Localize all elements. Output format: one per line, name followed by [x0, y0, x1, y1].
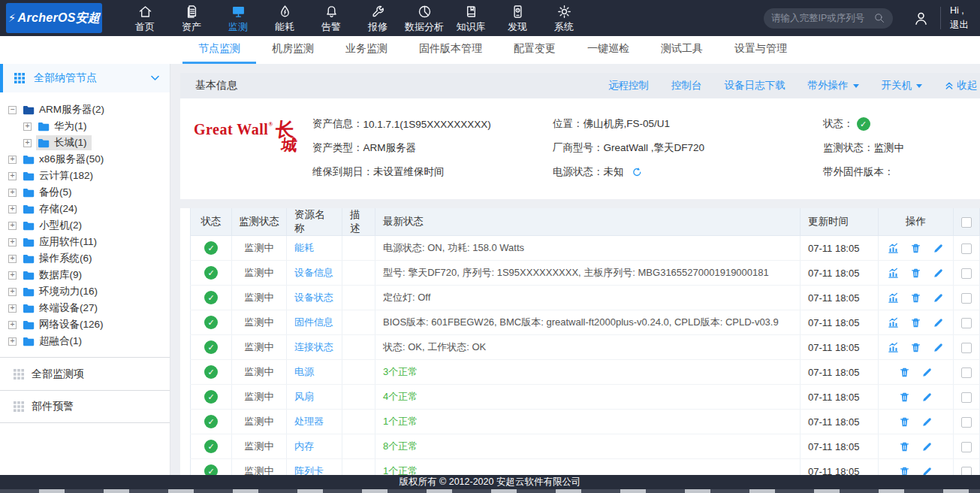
nav-item-knowledge[interactable]: 知识库: [448, 2, 494, 34]
resource-link[interactable]: 内存: [294, 440, 314, 452]
expand-toggle-icon[interactable]: +: [8, 255, 17, 263]
row-checkbox[interactable]: [961, 243, 972, 254]
tab-5[interactable]: 一键巡检: [571, 36, 645, 64]
panel-action-2[interactable]: 设备日志下载: [725, 79, 786, 92]
tree-node-13[interactable]: +网络设备(126): [0, 316, 170, 333]
expand-toggle-icon[interactable]: +: [8, 271, 17, 280]
delete-icon[interactable]: [909, 267, 922, 280]
resource-link[interactable]: 设备信息: [294, 267, 333, 278]
tree-node-8[interactable]: +应用软件(11): [0, 234, 170, 250]
delete-icon[interactable]: [898, 391, 911, 404]
edit-icon[interactable]: [921, 391, 933, 404]
row-checkbox[interactable]: [961, 367, 972, 378]
nav-item-repair[interactable]: 报修: [354, 2, 401, 34]
history-chart-icon[interactable]: [887, 341, 900, 354]
search-icon[interactable]: [873, 12, 885, 24]
delete-icon[interactable]: [909, 341, 922, 354]
tree-node-10[interactable]: +数据库(9): [0, 267, 170, 283]
tree-node-1[interactable]: +华为(1): [0, 118, 170, 135]
nav-item-discovery[interactable]: 发现: [494, 2, 541, 34]
expand-toggle-icon[interactable]: +: [8, 189, 17, 197]
nav-item-analysis[interactable]: 数据分析: [401, 2, 448, 34]
edit-icon[interactable]: [921, 416, 933, 428]
edit-icon[interactable]: [932, 316, 945, 329]
sidebar-section-1[interactable]: 部件预警: [0, 390, 170, 423]
edit-icon[interactable]: [921, 440, 933, 453]
resource-link[interactable]: 电源: [294, 366, 314, 377]
tree-node-5[interactable]: +备份(5): [0, 184, 170, 201]
nav-item-assets[interactable]: 资产: [168, 2, 215, 34]
row-checkbox[interactable]: [961, 343, 972, 353]
nav-item-energy[interactable]: 能耗: [261, 2, 308, 34]
edit-icon[interactable]: [932, 292, 945, 304]
edit-icon[interactable]: [921, 366, 933, 379]
select-all-checkbox[interactable]: [961, 217, 972, 228]
collapse-toggle-icon[interactable]: −: [8, 106, 17, 114]
expand-toggle-icon[interactable]: +: [23, 122, 32, 131]
expand-toggle-icon[interactable]: +: [8, 321, 17, 329]
resource-link[interactable]: 设备状态: [294, 292, 333, 303]
resource-link[interactable]: 处理器: [294, 416, 324, 427]
delete-icon[interactable]: [898, 366, 911, 379]
history-chart-icon[interactable]: [887, 316, 900, 329]
edit-icon[interactable]: [932, 242, 945, 255]
history-chart-icon[interactable]: [887, 267, 900, 280]
refresh-icon[interactable]: [630, 166, 642, 178]
tree-node-12[interactable]: +终端设备(27): [0, 300, 170, 316]
expand-toggle-icon[interactable]: +: [8, 222, 17, 230]
tree-node-0[interactable]: −ARM服务器(2): [0, 101, 170, 118]
expand-toggle-icon[interactable]: +: [23, 139, 32, 147]
tree-node-9[interactable]: +操作系统(6): [0, 250, 170, 267]
tab-1[interactable]: 机房监测: [256, 36, 330, 64]
delete-icon[interactable]: [909, 316, 922, 329]
expand-toggle-icon[interactable]: +: [8, 205, 17, 213]
search-box[interactable]: [764, 8, 893, 29]
row-checkbox[interactable]: [961, 442, 972, 452]
expand-toggle-icon[interactable]: +: [8, 156, 17, 164]
logout-link[interactable]: 退出: [950, 18, 980, 32]
panel-action-3[interactable]: 带外操作: [808, 79, 859, 92]
expand-toggle-icon[interactable]: +: [8, 238, 17, 246]
row-checkbox[interactable]: [961, 268, 972, 279]
sidebar-section-0[interactable]: 全部监测项: [0, 357, 170, 390]
tab-7[interactable]: 设置与管理: [719, 36, 803, 64]
tree-node-2[interactable]: +长城(1): [0, 135, 170, 151]
tree-node-7[interactable]: +小型机(2): [0, 217, 170, 234]
tree-node-14[interactable]: +超融合(1): [0, 333, 170, 349]
row-checkbox[interactable]: [961, 417, 972, 428]
nav-item-monitor[interactable]: 监测: [215, 2, 261, 34]
resource-link[interactable]: 固件信息: [294, 316, 333, 328]
resource-link[interactable]: 连接状态: [294, 341, 333, 352]
panel-action-0[interactable]: 远程控制: [608, 79, 649, 92]
nav-item-alarm[interactable]: 告警: [308, 2, 354, 34]
sidebar-header-all-nodes[interactable]: 全部纳管节点: [0, 64, 170, 92]
delete-icon[interactable]: [898, 416, 911, 428]
resource-link[interactable]: 风扇: [294, 391, 314, 402]
tab-3[interactable]: 固件版本管理: [403, 36, 498, 64]
tree-node-4[interactable]: +云计算(182): [0, 168, 170, 184]
expand-toggle-icon[interactable]: +: [8, 304, 17, 313]
edit-icon[interactable]: [932, 267, 945, 280]
row-checkbox[interactable]: [961, 318, 972, 328]
delete-icon[interactable]: [898, 440, 911, 453]
history-chart-icon[interactable]: [887, 292, 900, 304]
delete-icon[interactable]: [909, 242, 922, 255]
edit-icon[interactable]: [932, 341, 945, 354]
nav-item-home[interactable]: 首页: [122, 2, 168, 34]
tab-4[interactable]: 配置变更: [498, 36, 571, 64]
panel-action-4[interactable]: 开关机: [882, 79, 923, 92]
tab-6[interactable]: 测试工具: [645, 36, 719, 64]
expand-toggle-icon[interactable]: +: [8, 288, 17, 296]
nav-item-system[interactable]: 系统: [541, 2, 587, 34]
panel-action-1[interactable]: 控制台: [671, 79, 702, 92]
horizontal-scrollbar[interactable]: [0, 489, 980, 493]
tree-node-3[interactable]: +x86服务器(50): [0, 151, 170, 168]
row-checkbox[interactable]: [961, 293, 972, 304]
row-checkbox[interactable]: [961, 392, 972, 403]
expand-toggle-icon[interactable]: +: [8, 172, 17, 180]
resource-link[interactable]: 能耗: [294, 242, 314, 253]
expand-toggle-icon[interactable]: +: [8, 337, 17, 346]
tree-node-6[interactable]: +存储(24): [0, 201, 170, 217]
collapse-link[interactable]: 收起: [945, 79, 977, 92]
search-input[interactable]: [771, 13, 873, 23]
